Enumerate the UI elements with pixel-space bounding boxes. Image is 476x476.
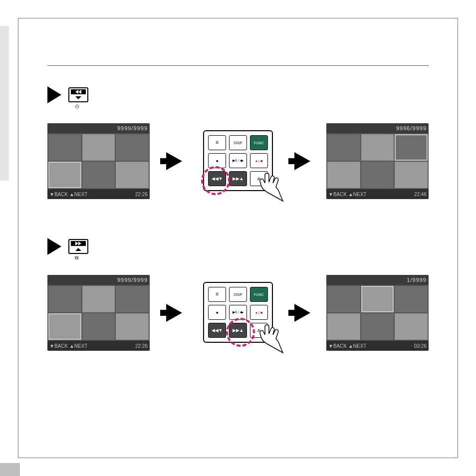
sub-icon: ⧉: [75, 255, 78, 261]
right-key[interactable]: ▶▶▲: [229, 171, 247, 186]
arrow-right-icon: [166, 304, 182, 322]
arrow-right-icon: [294, 152, 310, 170]
lcd-after: 9996/9999 ▼BACK ▲NEXT 22:46: [326, 123, 429, 199]
hand-pointer-icon: [247, 172, 287, 202]
control-pad-forward: ☰ DISP FUNC ■ ▶II / •▶ ● / ■ ◀◀▼ ▶▶▲ 🔊: [198, 278, 278, 348]
counter-text: 9999/9999: [117, 125, 148, 131]
flow-row-back: 9999/9999 ▼BACK ▲NEXT 22:26 ☰ DI: [47, 123, 429, 199]
timer-icon: ⏲: [75, 104, 80, 109]
page-number-box: [0, 463, 20, 476]
heading-rule: [47, 65, 429, 66]
func-key[interactable]: FUNC: [250, 135, 268, 150]
footer-right: 03:26: [414, 343, 427, 349]
disp-key[interactable]: DISP: [229, 287, 247, 302]
arrow-right-icon: [294, 304, 310, 322]
rec-key[interactable]: ● / ■: [250, 305, 268, 320]
footer-left: ▼BACK ▲NEXT: [328, 343, 366, 349]
footer-right: 22:46: [414, 192, 427, 197]
play-triangle-icon: [47, 86, 61, 103]
left-key[interactable]: ◀◀▼: [208, 323, 226, 338]
control-pad-back: ☰ DISP FUNC ■ ▶II / •▶ ● / ■ ◀◀▼ ▶▶▲ 🔊: [198, 126, 278, 196]
section-forward: ⧉ 9999/9999 ▼BACK ▲NEXT 22:26: [47, 238, 429, 351]
lcd-after: 1/9999 ▼BACK ▲NEXT 03:26: [326, 275, 429, 351]
section-back: ⏲ 9999/9999 ▼BACK ▲NEXT 22:26: [47, 86, 429, 199]
counter-text: 9999/9999: [117, 277, 148, 283]
forward-up-button-icon: [68, 239, 88, 254]
play-triangle-icon: [47, 238, 61, 255]
footer-left: ▼BACK ▲NEXT: [49, 343, 87, 349]
footer-right: 22:26: [135, 343, 148, 349]
side-tab: [0, 26, 9, 181]
arrow-right-icon: [166, 152, 182, 170]
rewind-down-button-icon: [68, 87, 88, 102]
stop-key[interactable]: ■: [208, 305, 226, 320]
lcd-before: 9999/9999 ▼BACK ▲NEXT 22:26: [47, 275, 150, 351]
menu-key[interactable]: ☰: [208, 287, 226, 302]
step-heading-forward: ⧉: [47, 238, 429, 255]
menu-key[interactable]: ☰: [208, 135, 226, 150]
footer-left: ▼BACK ▲NEXT: [49, 192, 87, 197]
counter-text: 1/9999: [407, 277, 427, 283]
hand-pointer-icon: [247, 324, 287, 354]
content-frame: ⏲ 9999/9999 ▼BACK ▲NEXT 22:26: [18, 18, 458, 458]
flow-row-forward: 9999/9999 ▼BACK ▲NEXT 22:26 ☰ DISP: [47, 275, 429, 351]
lcd-before: 9999/9999 ▼BACK ▲NEXT 22:26: [47, 123, 150, 199]
step-heading-back: ⏲: [47, 86, 429, 103]
play-key[interactable]: ▶II / •▶: [229, 153, 247, 168]
footer-right: 22:26: [135, 192, 148, 197]
disp-key[interactable]: DISP: [229, 135, 247, 150]
footer-left: ▼BACK ▲NEXT: [328, 192, 366, 197]
func-key[interactable]: FUNC: [250, 287, 268, 302]
counter-text: 9996/9999: [396, 125, 427, 131]
rec-key[interactable]: ● / ■: [250, 153, 268, 168]
highlight-ring-icon: [201, 166, 230, 195]
manual-page: ⏲ 9999/9999 ▼BACK ▲NEXT 22:26: [0, 0, 476, 476]
